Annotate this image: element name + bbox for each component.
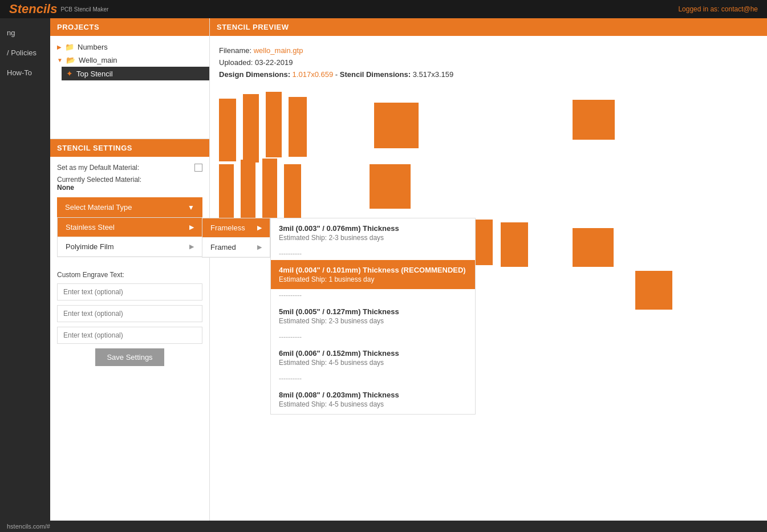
dropdown-arrow-icon: ▼ bbox=[188, 204, 194, 212]
thickness-6mil-title: 6mil (0.006" / 0.152mm) Thickness bbox=[279, 349, 467, 358]
thickness-8mil-ship: Estimated Ship: 4-5 business days bbox=[279, 400, 467, 408]
folder-icon-open: 📂 bbox=[66, 56, 75, 64]
stencil-rect-1 bbox=[243, 94, 259, 163]
polyimide-label: Polyimide Film bbox=[66, 242, 114, 251]
select-material-button[interactable]: Select Material Type ▼ bbox=[57, 197, 202, 217]
thickness-5mil-title: 5mil (0.005" / 0.127mm) Thickness bbox=[279, 307, 467, 316]
frameless-label: Frameless bbox=[210, 224, 245, 232]
save-settings-button[interactable]: Save Settings bbox=[95, 348, 164, 366]
framed-chevron-icon: ▶ bbox=[257, 243, 262, 251]
separator-1: ---------- bbox=[271, 247, 475, 260]
settings-body: Set as my Default Material: Currently Se… bbox=[50, 157, 209, 264]
settings-header: STENCIL SETTINGS bbox=[50, 139, 209, 157]
frame-type-menu: Frameless ▶ Framed ▶ bbox=[202, 218, 270, 258]
thickness-8mil-title: 8mil (0.008" / 0.203mm) Thickness bbox=[279, 391, 467, 399]
thickness-menu: 3mil (0.003" / 0.076mm) Thickness Estima… bbox=[270, 218, 476, 415]
stencil-rect-12 bbox=[501, 222, 528, 267]
projects-header: PROJECTS bbox=[50, 18, 209, 36]
polyimide-chevron-icon: ▶ bbox=[189, 243, 194, 250]
thickness-8mil[interactable]: 8mil (0.008" / 0.203mm) Thickness Estima… bbox=[271, 385, 475, 414]
tree-item-label: Wello_main bbox=[79, 56, 117, 64]
settings-section: STENCIL SETTINGS Set as my Default Mater… bbox=[50, 139, 209, 373]
separator-4: ---------- bbox=[271, 372, 475, 385]
separator-2: ---------- bbox=[271, 289, 475, 302]
stencil-rect-7 bbox=[241, 160, 255, 222]
topbar: Stencils PCB Stencil Maker Logged in as:… bbox=[0, 0, 767, 18]
expand-arrow: ▼ bbox=[57, 57, 63, 63]
left-panel: PROJECTS ▶ 📁 Numbers ▼ 📂 Wello_main bbox=[50, 18, 210, 521]
default-material-row: Set as my Default Material: bbox=[57, 164, 202, 172]
thickness-3mil-title: 3mil (0.003" / 0.076mm) Thickness bbox=[279, 224, 467, 233]
tree-item-numbers[interactable]: ▶ 📁 Numbers bbox=[57, 40, 202, 54]
filename-value: wello_main.gtp bbox=[254, 46, 303, 55]
filename-label: Filename: bbox=[219, 46, 251, 55]
select-material-label: Select Material Type bbox=[65, 203, 132, 212]
current-material-value: None bbox=[57, 184, 202, 192]
stainless-steel-item[interactable]: Stainless Steel ▶ bbox=[58, 218, 202, 237]
preview-header: STENCIL PREVIEW bbox=[210, 18, 767, 36]
stencil-rect-4 bbox=[374, 103, 419, 148]
thickness-3mil[interactable]: 3mil (0.003" / 0.076mm) Thickness Estima… bbox=[271, 218, 475, 247]
folder-icon: 📁 bbox=[65, 43, 74, 51]
stencil-rect-10 bbox=[370, 164, 411, 209]
thickness-4mil-title: 4mil (0.004" / 0.101mm) Thickness (RECOM… bbox=[279, 266, 467, 274]
frameless-chevron-icon: ▶ bbox=[257, 224, 262, 232]
stencil-rect-13 bbox=[573, 228, 614, 267]
polyimide-film-item[interactable]: Polyimide Film ▶ bbox=[58, 237, 202, 257]
thickness-4mil[interactable]: 4mil (0.004" / 0.101mm) Thickness (RECOM… bbox=[271, 260, 475, 289]
current-material-label: Currently Selected Material: bbox=[57, 176, 141, 184]
nav-howto[interactable]: How-To bbox=[0, 63, 50, 83]
stainless-steel-label: Stainless Steel bbox=[66, 223, 115, 232]
default-material-label: Set as my Default Material: bbox=[57, 164, 139, 172]
uploaded-label: Uploaded: bbox=[219, 58, 253, 67]
framed-item[interactable]: Framed ▶ bbox=[202, 238, 270, 257]
preview-info: Filename: wello_main.gtp Uploaded: 03-22… bbox=[219, 45, 758, 80]
nav-ng[interactable]: ng bbox=[0, 23, 50, 43]
stencil-rect-0 bbox=[219, 99, 236, 161]
thickness-5mil-ship: Estimated Ship: 2-3 business days bbox=[279, 317, 467, 325]
stencil-icon: ✦ bbox=[66, 69, 73, 78]
logo-sub: PCB Stencil Maker bbox=[60, 6, 108, 13]
thickness-6mil[interactable]: 6mil (0.006" / 0.152mm) Thickness Estima… bbox=[271, 343, 475, 372]
design-dim-value: 1.017x0.659 bbox=[293, 70, 334, 79]
tree-item-label: Top Stencil bbox=[76, 70, 113, 78]
engrave-section: Custom Engrave Text: Save Settings bbox=[50, 264, 209, 373]
stencil-dim-label: Stencil Dimensions: bbox=[340, 70, 411, 79]
stencil-rect-8 bbox=[262, 159, 277, 220]
status-url: hstencils.com/# bbox=[7, 523, 50, 530]
material-type-menu: Stainless Steel ▶ Frameless ▶ bbox=[57, 217, 202, 257]
stencil-dim-value: 3.517x3.159 bbox=[413, 70, 454, 79]
engrave-input-1[interactable] bbox=[57, 283, 202, 300]
nav-policies[interactable]: / Policies bbox=[0, 43, 50, 63]
stencil-rect-2 bbox=[266, 92, 282, 157]
login-label: Logged in as: bbox=[678, 5, 719, 13]
stencil-rect-14 bbox=[635, 271, 672, 310]
material-dropdown-container: Select Material Type ▼ Stainless Steel ▶ bbox=[57, 197, 202, 257]
stencil-rect-3 bbox=[289, 97, 307, 157]
frameless-item[interactable]: Frameless ▶ bbox=[202, 218, 270, 238]
left-nav: ng / Policies How-To bbox=[0, 18, 50, 521]
stencil-rect-9 bbox=[284, 164, 301, 220]
projects-tree: ▶ 📁 Numbers ▼ 📂 Wello_main ✦ Top Stencil bbox=[50, 36, 209, 139]
stainless-steel-row: Stainless Steel ▶ Frameless ▶ bbox=[58, 218, 202, 237]
engrave-label: Custom Engrave Text: bbox=[57, 271, 202, 279]
design-dim-label: Design Dimensions: bbox=[219, 70, 290, 79]
tree-item-wello[interactable]: ▼ 📂 Wello_main bbox=[57, 54, 202, 67]
default-material-checkbox[interactable] bbox=[194, 164, 202, 172]
collapse-arrow: ▶ bbox=[57, 44, 62, 50]
framed-label: Framed bbox=[210, 243, 236, 251]
separator-3: ---------- bbox=[271, 331, 475, 343]
thickness-5mil[interactable]: 5mil (0.005" / 0.127mm) Thickness Estima… bbox=[271, 302, 475, 331]
status-bar: hstencils.com/# bbox=[0, 521, 767, 532]
tree-item-top-stencil[interactable]: ✦ Top Stencil bbox=[62, 67, 209, 80]
login-info: Logged in as: contact@he bbox=[678, 5, 758, 13]
stainless-sub-menu: Frameless ▶ Framed ▶ bbox=[202, 218, 270, 258]
engrave-input-2[interactable] bbox=[57, 305, 202, 322]
stencil-rect-6 bbox=[219, 164, 234, 221]
thickness-3mil-ship: Estimated Ship: 2-3 business days bbox=[279, 234, 467, 242]
logo-text: Stencils bbox=[9, 2, 57, 17]
engrave-input-3[interactable] bbox=[57, 327, 202, 344]
projects-section: PROJECTS ▶ 📁 Numbers ▼ 📂 Wello_main bbox=[50, 18, 209, 139]
login-email[interactable]: contact@he bbox=[721, 5, 758, 13]
thickness-4mil-ship: Estimated Ship: 1 business day bbox=[279, 275, 467, 283]
